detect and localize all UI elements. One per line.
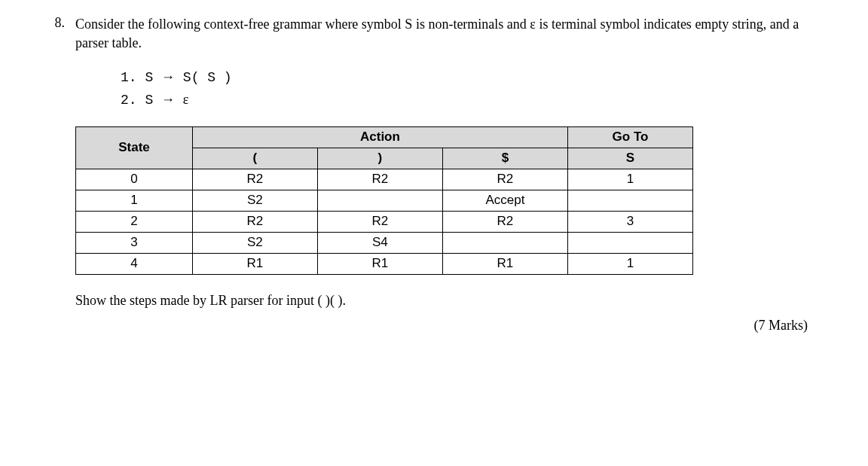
- subheader-s: S: [567, 148, 692, 169]
- cell-lparen: R2: [192, 211, 317, 232]
- grammar-rule-2: 2. S → ε: [121, 89, 823, 111]
- cell-state: 3: [76, 232, 193, 253]
- rule-rhs: S( S ): [183, 70, 232, 85]
- table-body: 0 R2 R2 R2 1 1 S2 Accept 2: [76, 169, 693, 274]
- table-row: 1 S2 Accept: [76, 190, 693, 211]
- cell-s: 3: [567, 211, 692, 232]
- subheader-rparen: ): [317, 148, 442, 169]
- header-action: Action: [192, 126, 567, 148]
- cell-rparen: [317, 190, 442, 211]
- cell-s: 1: [567, 169, 692, 190]
- rule-number: 2.: [121, 93, 137, 108]
- grammar-rules: 1. S → S( S ) 2. S → ε: [121, 66, 823, 111]
- cell-lparen: S2: [192, 190, 317, 211]
- cell-lparen: R2: [192, 169, 317, 190]
- question-body: Consider the following context-free gram…: [75, 15, 823, 334]
- cell-dollar: R2: [442, 169, 567, 190]
- rule-lhs: S: [145, 70, 153, 85]
- cell-dollar: [442, 232, 567, 253]
- parser-table: State Action Go To ( ) $ S 0 R2: [75, 126, 823, 275]
- table-header-row: State Action Go To: [76, 126, 693, 148]
- rule-rhs: ε: [183, 92, 189, 107]
- cell-lparen: S2: [192, 232, 317, 253]
- task-prompt: Show the steps made by LR parser for inp…: [75, 293, 823, 309]
- cell-state: 0: [76, 169, 193, 190]
- table-row: 4 R1 R1 R1 1: [76, 253, 693, 274]
- cell-s: 1: [567, 253, 692, 274]
- cell-state: 2: [76, 211, 193, 232]
- question-number: 8.: [45, 15, 65, 31]
- rule-number: 1.: [121, 70, 137, 85]
- cell-dollar: R1: [442, 253, 567, 274]
- table-row: 0 R2 R2 R2 1: [76, 169, 693, 190]
- cell-dollar: Accept: [442, 190, 567, 211]
- header-state: State: [76, 126, 193, 169]
- cell-state: 1: [76, 190, 193, 211]
- cell-lparen: R1: [192, 253, 317, 274]
- cell-rparen: R2: [317, 169, 442, 190]
- table-row: 3 S2 S4: [76, 232, 693, 253]
- cell-s: [567, 190, 692, 211]
- arrow-icon: →: [161, 92, 175, 107]
- cell-rparen: R2: [317, 211, 442, 232]
- cell-state: 4: [76, 253, 193, 274]
- cell-s: [567, 232, 692, 253]
- rule-lhs: S: [145, 93, 153, 108]
- cell-rparen: R1: [317, 253, 442, 274]
- table-row: 2 R2 R2 R2 3: [76, 211, 693, 232]
- marks: (7 Marks): [75, 318, 823, 334]
- question: 8. Consider the following context-free g…: [45, 15, 823, 334]
- arrow-icon: →: [161, 69, 175, 84]
- question-prompt: Consider the following context-free gram…: [75, 15, 823, 53]
- cell-dollar: R2: [442, 211, 567, 232]
- header-goto: Go To: [567, 126, 692, 148]
- subheader-dollar: $: [442, 148, 567, 169]
- grammar-rule-1: 1. S → S( S ): [121, 66, 823, 89]
- subheader-lparen: (: [192, 148, 317, 169]
- cell-rparen: S4: [317, 232, 442, 253]
